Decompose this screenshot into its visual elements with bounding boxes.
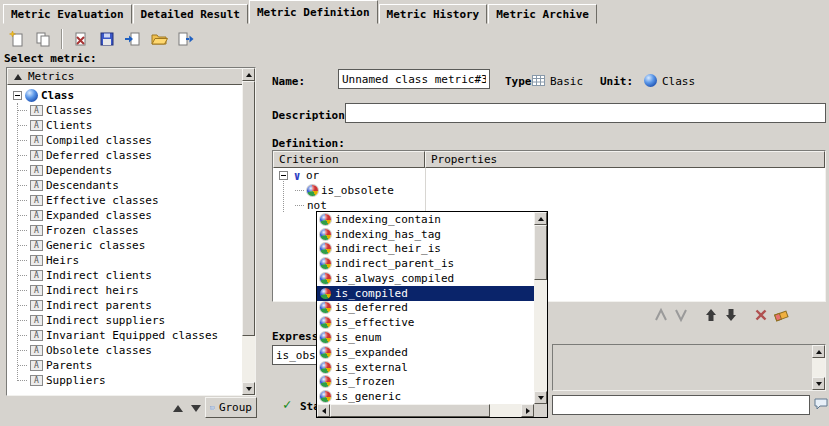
move-criterion-down-button[interactable] <box>722 306 740 324</box>
sort-ascending-icon <box>14 74 22 80</box>
criterion-option-is-effective[interactable]: is_effective <box>317 315 534 330</box>
comment-input[interactable] <box>552 395 810 415</box>
metric-tree-scrollbar[interactable] <box>242 68 255 395</box>
tab-metric-evaluation[interactable]: Metric Evaluation <box>3 4 132 24</box>
comment-button[interactable] <box>813 396 829 414</box>
scrollbar-thumb[interactable] <box>242 81 255 336</box>
delete-criterion-button[interactable] <box>752 306 770 324</box>
tree-item-label: Expanded classes <box>46 209 152 222</box>
export-metrics-button[interactable] <box>172 27 198 51</box>
criterion-column-header[interactable]: Criterion <box>273 151 425 168</box>
criterion-option-is-frozen[interactable]: is_frozen <box>317 374 534 389</box>
tree-item-expanded-classes[interactable]: Expanded classes <box>7 208 243 223</box>
criterion-option-indirect-heir-is[interactable]: indirect_heir_is <box>317 242 534 257</box>
tree-item-class[interactable]: Class <box>7 88 243 103</box>
scrollbar-thumb[interactable] <box>330 404 490 417</box>
criterion-option-is-deferred[interactable]: is_deferred <box>317 301 534 316</box>
tree-item-dependents[interactable]: Dependents <box>7 163 243 178</box>
tree-item-frozen-classes[interactable]: Frozen classes <box>7 223 243 238</box>
scroll-down-button[interactable] <box>242 382 255 395</box>
tree-item-indirect-parents[interactable]: Indirect parents <box>7 298 243 313</box>
tree-item-clients[interactable]: Clients <box>7 118 243 133</box>
criterion-option-is-enum[interactable]: is_enum <box>317 330 534 345</box>
scroll-right-button[interactable] <box>521 404 534 417</box>
collapse-icon[interactable] <box>279 171 288 180</box>
tree-item-generic-classes[interactable]: Generic classes <box>7 238 243 253</box>
tab-detailed-result[interactable]: Detailed Result <box>133 4 248 24</box>
scrollbar-track[interactable] <box>330 404 521 417</box>
criterion-option-indirect-parent-is[interactable]: indirect_parent_is <box>317 256 534 271</box>
group-button[interactable]: Group <box>205 397 257 418</box>
criterion-option-is-generic[interactable]: is_generic <box>317 389 534 404</box>
tree-item-indirect-clients[interactable]: Indirect clients <box>7 268 243 283</box>
criterion-option-is-external[interactable]: is_external <box>317 360 534 375</box>
tree-item-heirs[interactable]: Heirs <box>7 253 243 268</box>
criterion-option-is-expanded[interactable]: is_expanded <box>317 345 534 360</box>
move-criterion-up-button[interactable] <box>702 306 720 324</box>
tree-item-parents[interactable]: Parents <box>7 358 243 373</box>
dropdown-horizontal-scrollbar[interactable] <box>317 404 547 417</box>
tree-item-classes[interactable]: Classes <box>7 103 243 118</box>
or-criterion-button[interactable] <box>672 306 690 324</box>
tree-item-effective-classes[interactable]: Effective classes <box>7 193 243 208</box>
scrollbar-track[interactable] <box>812 358 825 377</box>
tree-item-suppliers[interactable]: Suppliers <box>7 373 243 388</box>
tree-connector <box>18 200 27 201</box>
criterion-option-label: is_generic <box>335 390 401 403</box>
tree-item-invariant-equipped-classes[interactable]: Invariant Equipped classes <box>7 328 243 343</box>
properties-column-header[interactable]: Properties <box>425 151 825 168</box>
criterion-dropdown: indexing_containindexing_has_tagindirect… <box>316 211 548 418</box>
tree-item-label: Effective classes <box>46 194 159 207</box>
tree-item-compiled-classes[interactable]: Compiled classes <box>7 133 243 148</box>
and-criterion-button[interactable] <box>652 306 670 324</box>
scrollbar-track[interactable] <box>242 81 255 382</box>
criterion-row-is-obsolete[interactable]: is_obsolete <box>273 183 825 198</box>
metric-icon <box>30 225 43 236</box>
scroll-down-button[interactable] <box>812 377 825 390</box>
move-metric-down-button[interactable] <box>188 400 204 416</box>
metrics-column-header[interactable]: Metrics <box>7 68 243 85</box>
up-arrow-icon <box>246 73 252 77</box>
status-valid-icon: ✓ <box>283 397 291 411</box>
duplicate-metric-button[interactable] <box>30 27 56 51</box>
scroll-down-button[interactable] <box>534 391 547 404</box>
tree-children: ClassesClientsCompiled classesDeferred c… <box>7 103 243 388</box>
tree-item-obsolete-classes[interactable]: Obsolete classes <box>7 343 243 358</box>
new-metric-button[interactable] <box>4 27 30 51</box>
tab-metric-archive[interactable]: Metric Archive <box>488 4 597 24</box>
collapse-icon[interactable] <box>13 91 22 100</box>
tree-connector <box>18 320 27 321</box>
scrollbar-thumb[interactable] <box>534 225 547 280</box>
tab-metric-definition[interactable]: Metric Definition <box>249 0 378 24</box>
description-input[interactable] <box>345 103 826 123</box>
criterion-option-is-compiled[interactable]: is_compiled <box>317 286 534 301</box>
tree-item-descendants[interactable]: Descendants <box>7 178 243 193</box>
dropdown-vertical-scrollbar[interactable] <box>534 212 547 404</box>
save-metric-button[interactable] <box>94 27 120 51</box>
scroll-up-button[interactable] <box>812 345 825 358</box>
up-arrow-icon <box>703 307 719 323</box>
criterion-row-or[interactable]: or <box>273 168 825 183</box>
tree-item-indirect-heirs[interactable]: Indirect heirs <box>7 283 243 298</box>
criterion-option-indexing-has-tag[interactable]: indexing_has_tag <box>317 227 534 242</box>
tab-metric-history[interactable]: Metric History <box>379 4 488 24</box>
scroll-up-button[interactable] <box>242 68 255 81</box>
scrollbar-track[interactable] <box>534 225 547 391</box>
tree-item-indirect-suppliers[interactable]: Indirect suppliers <box>7 313 243 328</box>
erase-definition-button[interactable] <box>772 306 790 324</box>
move-metric-up-button[interactable] <box>170 400 186 416</box>
metrics-column-header-label: Metrics <box>28 70 74 83</box>
tree-item-label: Indirect clients <box>46 269 152 282</box>
criterion-option-indexing-contain[interactable]: indexing_contain <box>317 212 534 227</box>
criterion-option-label: is_deferred <box>335 301 408 314</box>
metric-name-input[interactable] <box>338 69 490 89</box>
expression-scrollbar[interactable] <box>812 345 825 390</box>
or-operator-icon <box>673 307 689 323</box>
tree-item-deferred-classes[interactable]: Deferred classes <box>7 148 243 163</box>
scroll-up-button[interactable] <box>534 212 547 225</box>
scroll-left-button[interactable] <box>317 404 330 417</box>
criterion-option-is-always-compiled[interactable]: is_always_compiled <box>317 271 534 286</box>
import-metrics-button[interactable] <box>120 27 146 51</box>
remove-metric-button[interactable] <box>68 27 94 51</box>
open-metric-file-button[interactable] <box>146 27 172 51</box>
